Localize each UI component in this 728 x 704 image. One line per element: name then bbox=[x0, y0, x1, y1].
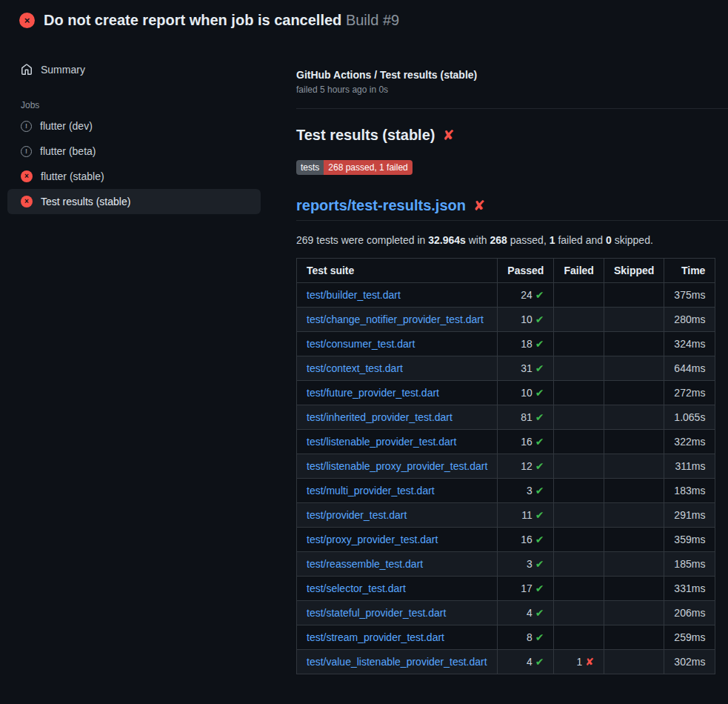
passed-cell: 12 ✔ bbox=[498, 454, 554, 479]
page-layout: Summary Jobs ! flutter (dev) ! flutter (… bbox=[0, 39, 728, 692]
check-run-header: × Do not create report when job is cance… bbox=[0, 0, 728, 39]
skipped-cell bbox=[604, 356, 664, 381]
skipped-cell bbox=[604, 430, 664, 454]
suite-link[interactable]: test/multi_provider_test.dart bbox=[307, 485, 435, 497]
skipped-cell bbox=[604, 625, 664, 650]
suite-link[interactable]: test/inherited_provider_test.dart bbox=[307, 411, 453, 423]
summary-line: 269 tests were completed in 32.964s with… bbox=[296, 234, 704, 246]
passed-cell: 3 ✔ bbox=[498, 479, 554, 503]
check-run-title: Do not create report when job is cancell… bbox=[44, 12, 341, 28]
table-row: test/context_test.dart31 ✔644ms bbox=[297, 356, 715, 381]
time-value: 183ms bbox=[674, 485, 705, 497]
status-line: failed 5 hours ago in 0s bbox=[296, 84, 704, 95]
suite-link[interactable]: test/reassemble_test.dart bbox=[307, 558, 423, 570]
table-header-row: Test suite Passed Failed Skipped Time bbox=[297, 259, 715, 283]
passed-cell: 81 ✔ bbox=[498, 405, 554, 430]
time-cell: 322ms bbox=[664, 430, 715, 454]
divider bbox=[296, 108, 728, 109]
check-icon: ✔ bbox=[535, 631, 544, 643]
suite-link[interactable]: test/consumer_test.dart bbox=[307, 338, 415, 350]
suite-link[interactable]: test/listenable_proxy_provider_test.dart bbox=[307, 460, 487, 472]
failed-cell bbox=[554, 503, 604, 528]
badge-label: tests bbox=[296, 160, 324, 175]
passed-count: 3 bbox=[527, 485, 532, 497]
suite-cell: test/multi_provider_test.dart bbox=[297, 479, 498, 503]
time-value: 1.065s bbox=[674, 411, 705, 423]
suite-link[interactable]: test/selector_test.dart bbox=[307, 582, 406, 594]
suite-cell: test/proxy_provider_test.dart bbox=[297, 528, 498, 552]
summary-skipped-count: 0 bbox=[606, 234, 612, 246]
suite-link[interactable]: test/stream_provider_test.dart bbox=[307, 631, 444, 643]
table-row: test/value_listenable_provider_test.dart… bbox=[297, 650, 715, 674]
check-icon: ✔ bbox=[535, 362, 544, 374]
time-value: 291ms bbox=[674, 509, 705, 521]
check-icon: ✔ bbox=[535, 289, 544, 301]
time-cell: 1.065s bbox=[664, 405, 715, 430]
suite-cell: test/stream_provider_test.dart bbox=[297, 625, 498, 650]
suite-link[interactable]: test/builder_test.dart bbox=[307, 289, 401, 301]
passed-cell: 31 ✔ bbox=[498, 356, 554, 381]
passed-count: 18 bbox=[521, 338, 532, 350]
suite-link[interactable]: test/context_test.dart bbox=[307, 362, 403, 374]
suite-link[interactable]: test/change_notifier_provider_test.dart bbox=[307, 313, 484, 325]
x-icon: ✘ bbox=[585, 656, 594, 668]
passed-count: 8 bbox=[527, 631, 532, 643]
suite-link[interactable]: test/value_listenable_provider_test.dart bbox=[307, 656, 487, 668]
table-row: test/listenable_provider_test.dart16 ✔32… bbox=[297, 430, 715, 454]
failed-cell bbox=[554, 454, 604, 479]
passed-cell: 16 ✔ bbox=[498, 430, 554, 454]
skipped-cell bbox=[604, 528, 664, 552]
suite-link[interactable]: test/listenable_provider_test.dart bbox=[307, 436, 456, 448]
failed-cell bbox=[554, 430, 604, 454]
skipped-cell bbox=[604, 479, 664, 503]
failed-status-icon: × bbox=[19, 13, 35, 28]
table-row: test/consumer_test.dart18 ✔324ms bbox=[297, 332, 715, 356]
check-icon: ✔ bbox=[535, 485, 544, 497]
suite-link[interactable]: test/proxy_provider_test.dart bbox=[307, 534, 438, 545]
time-value: 302ms bbox=[674, 656, 705, 668]
sidebar-item-flutter-stable[interactable]: × flutter (stable) bbox=[7, 164, 261, 189]
cancelled-status-icon: ! bbox=[21, 146, 32, 157]
suite-cell: test/provider_test.dart bbox=[297, 503, 498, 528]
table-row: test/stateful_provider_test.dart4 ✔206ms bbox=[297, 601, 715, 625]
sidebar-item-flutter-beta[interactable]: ! flutter (beta) bbox=[7, 139, 261, 164]
failed-x-icon: ✘ bbox=[442, 127, 454, 144]
build-number: Build #9 bbox=[346, 12, 399, 28]
sidebar-item-label: Summary bbox=[41, 64, 85, 76]
section-title-text: Test results (stable) bbox=[296, 127, 435, 144]
passed-count: 10 bbox=[521, 313, 532, 325]
summary-failed-count: 1 bbox=[550, 234, 555, 246]
summary-duration: 32.964s bbox=[428, 234, 466, 246]
time-cell: 331ms bbox=[664, 577, 715, 601]
check-icon: ✔ bbox=[535, 509, 544, 521]
time-value: 272ms bbox=[674, 387, 705, 399]
suite-cell: test/listenable_provider_test.dart bbox=[297, 430, 498, 454]
cancelled-status-icon: ! bbox=[21, 121, 32, 132]
report-link[interactable]: reports/test-results.json bbox=[296, 197, 466, 214]
col-header-passed: Passed bbox=[498, 259, 554, 283]
sidebar-item-summary[interactable]: Summary bbox=[7, 57, 261, 82]
passed-count: 3 bbox=[527, 558, 532, 570]
tests-badge: tests 268 passed, 1 failed bbox=[296, 160, 413, 175]
sidebar-item-flutter-dev[interactable]: ! flutter (dev) bbox=[7, 113, 261, 139]
sidebar-item-test-results-stable[interactable]: × Test results (stable) bbox=[7, 189, 261, 214]
col-header-skipped: Skipped bbox=[604, 259, 664, 283]
main-content: GitHub Actions / Test results (stable) f… bbox=[267, 39, 728, 692]
suite-cell: test/future_provider_test.dart bbox=[297, 381, 498, 405]
passed-cell: 4 ✔ bbox=[498, 650, 554, 674]
check-icon: ✔ bbox=[535, 338, 544, 350]
check-icon: ✔ bbox=[535, 313, 544, 325]
time-cell: 183ms bbox=[664, 479, 715, 503]
failed-cell bbox=[554, 405, 604, 430]
suite-link[interactable]: test/future_provider_test.dart bbox=[307, 387, 439, 399]
suite-link[interactable]: test/provider_test.dart bbox=[307, 509, 407, 521]
table-row: test/inherited_provider_test.dart81 ✔1.0… bbox=[297, 405, 715, 430]
skipped-cell bbox=[604, 650, 664, 674]
col-header-time: Time bbox=[664, 259, 715, 283]
time-value: 375ms bbox=[674, 289, 705, 301]
suite-cell: test/selector_test.dart bbox=[297, 577, 498, 601]
summary-text: skipped. bbox=[612, 234, 653, 246]
time-value: 324ms bbox=[674, 338, 705, 350]
suite-link[interactable]: test/stateful_provider_test.dart bbox=[307, 607, 446, 619]
passed-count: 24 bbox=[521, 289, 532, 301]
